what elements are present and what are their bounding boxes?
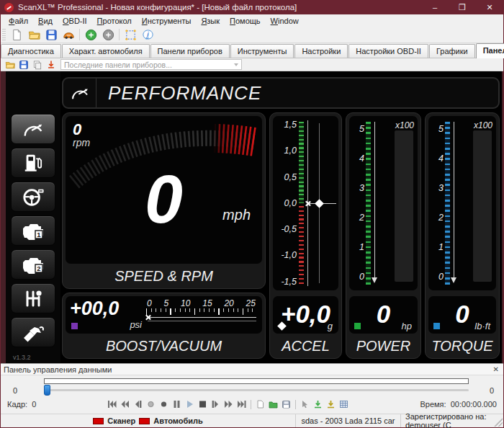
open-folder-icon	[28, 29, 40, 41]
disconnect-plug-icon	[102, 29, 114, 41]
connection-status-segment: Сканер Автомобиль	[1, 414, 296, 427]
open-dashboard-button[interactable]	[3, 59, 17, 71]
record-standby-button[interactable]	[145, 398, 157, 410]
torque-gauge: 5 4 3 2 1 0 x100	[425, 112, 500, 359]
menu-window[interactable]: Window	[266, 16, 304, 26]
engine-2-icon: 2	[21, 254, 45, 275]
dashboard-sidebar: 1 2 v1.3.2	[6, 71, 60, 363]
tab-settings[interactable]: Настройки	[294, 44, 348, 58]
close-button[interactable]: ✕	[476, 0, 503, 14]
accel-pointer-icon	[315, 199, 324, 208]
export-data-button[interactable]	[325, 398, 337, 410]
save-dashboard-button[interactable]	[17, 59, 30, 71]
info-button[interactable]: i	[139, 27, 156, 43]
transport-separator	[251, 400, 251, 409]
dashboard-toolbar: Последние панели приборов...	[1, 58, 503, 71]
menu-view[interactable]: Вид	[33, 16, 58, 26]
frame-slider-thumb[interactable]	[44, 385, 50, 396]
tab-vehicle-info[interactable]: Характ. автомобиля	[62, 44, 150, 58]
sidebar-item-performance[interactable]	[11, 114, 55, 144]
status-bar: Сканер Автомобиль sdas - 2003 Lada 2115 …	[1, 414, 503, 427]
menu-help[interactable]: Помощь	[225, 16, 266, 26]
vehicle-button[interactable]	[60, 27, 77, 43]
new-log-button[interactable]	[254, 398, 266, 410]
save-log-button[interactable]	[280, 398, 292, 410]
pointer-mode-button[interactable]	[299, 398, 311, 410]
grid-view-button[interactable]	[338, 398, 350, 410]
save-floppy-icon	[45, 29, 58, 41]
vehicle-info-segment: sdas - 2003 Lada 2115 car	[296, 414, 401, 427]
power-scale-screen: 5 4 3 2 1 0 x100	[349, 116, 418, 290]
dashboard-area: 1 2 v1.3.2 PERFORMANCE	[1, 71, 503, 363]
sidebar-item-engine-1[interactable]: 1	[11, 215, 55, 246]
data-control-panel: Панель управления данными ✕ 0 0 Кадр: 0	[1, 363, 503, 414]
skip-end-button[interactable]	[235, 398, 248, 410]
pause-button[interactable]	[171, 398, 183, 410]
open-log-button[interactable]	[267, 398, 279, 410]
tab-diagnostics[interactable]: Диагностика	[1, 44, 61, 58]
main-toolbar: i	[1, 27, 503, 43]
sidebar-item-steering[interactable]	[11, 182, 55, 212]
menu-language[interactable]: Язык	[196, 16, 225, 26]
data-panel-close-icon[interactable]: ✕	[493, 365, 499, 373]
menu-file[interactable]: Файл	[4, 16, 33, 26]
data-panel-header: Панель управления данными ✕	[1, 364, 503, 375]
steering-wheel-icon	[21, 186, 45, 208]
boost-track-line	[148, 317, 256, 318]
sidebar-item-transmission[interactable]	[11, 283, 55, 313]
disconnect-button[interactable]	[99, 27, 117, 43]
connect-button[interactable]	[82, 27, 99, 43]
toolbar-separator	[119, 29, 120, 40]
sidebar-item-fuel-economy[interactable]	[11, 317, 55, 347]
accel-positive-ticks	[299, 122, 304, 203]
torque-scale-area: x100	[444, 120, 494, 286]
accel-tick: -1,5	[276, 277, 297, 287]
maximize-button[interactable]: ❒	[449, 0, 476, 14]
import-data-button[interactable]	[312, 398, 324, 410]
accel-unit: g	[328, 321, 333, 331]
svg-text:2: 2	[37, 264, 40, 272]
menu-tools[interactable]: Инструменты	[137, 16, 197, 26]
new-config-button[interactable]	[8, 27, 25, 43]
minimize-button[interactable]: –	[421, 0, 449, 14]
rewind-button[interactable]	[119, 398, 131, 410]
accel-scale-area	[297, 120, 336, 286]
sidebar-item-fuel[interactable]	[11, 148, 55, 178]
fast-forward-button[interactable]	[222, 398, 235, 410]
copy-dashboard-button[interactable]	[30, 59, 44, 71]
select-region-button[interactable]	[122, 27, 139, 43]
selection-box-icon	[125, 29, 137, 41]
save-config-button[interactable]	[42, 27, 60, 43]
step-back-button[interactable]	[132, 398, 144, 410]
stop-button[interactable]	[197, 398, 209, 410]
power-tick: 4	[352, 154, 364, 164]
tab-dashboards[interactable]: Панели приборов	[150, 44, 230, 58]
power-unit: hp	[402, 321, 412, 331]
recent-dashboards-combo[interactable]: Последние панели приборов...	[60, 59, 242, 70]
torque-tick-labels: 5 4 3 2 1 0	[431, 120, 444, 286]
tab-obd2-settings[interactable]: Настройки OBD-II	[348, 44, 428, 58]
car-icon	[63, 29, 75, 41]
accel-zero-marker-icon	[305, 200, 311, 207]
export-dashboard-button[interactable]	[44, 59, 58, 71]
boost-scale: 0 5 10 15 20 25	[146, 298, 256, 331]
menu-protocol[interactable]: Протокол	[92, 16, 137, 26]
menu-obd2[interactable]: OBD-II	[58, 16, 92, 26]
step-forward-button[interactable]	[210, 398, 222, 410]
skip-start-button[interactable]	[106, 398, 118, 410]
power-tick: 1	[352, 243, 364, 252]
boost-tick: 25	[246, 299, 256, 308]
vehicle-status-label: Автомобиль	[153, 416, 202, 425]
open-config-button[interactable]	[25, 27, 42, 43]
torque-tick: 2	[431, 213, 444, 223]
tab-graphs[interactable]: Графики	[429, 44, 475, 58]
play-button[interactable]	[184, 398, 196, 410]
accel-value: +0,0	[281, 300, 330, 326]
sidebar-item-engine-2[interactable]: 2	[11, 249, 55, 280]
frame-slider-track[interactable]	[44, 389, 469, 391]
accel-tick: 0,5	[276, 173, 297, 182]
record-button[interactable]	[158, 398, 170, 410]
speed-unit: mph	[222, 207, 251, 223]
tab-panelxl[interactable]: ПанельXL	[476, 43, 504, 58]
tab-tools[interactable]: Инструменты	[230, 44, 294, 58]
